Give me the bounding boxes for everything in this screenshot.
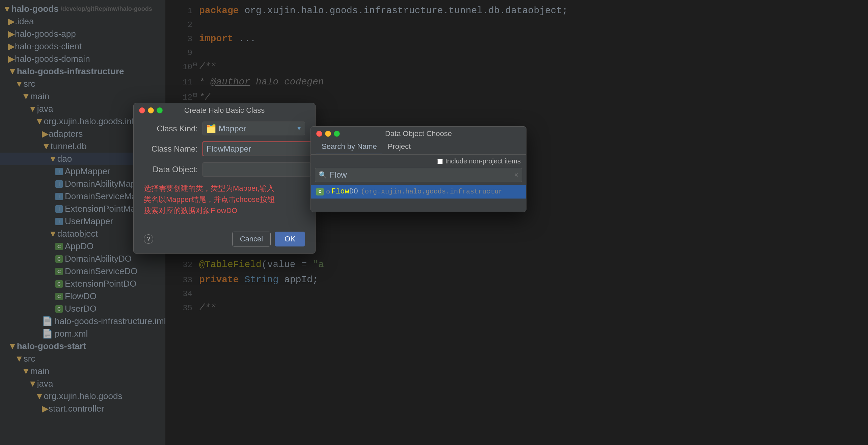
include-non-project-checkbox[interactable] (437, 159, 443, 164)
traffic-lights (139, 107, 163, 113)
class-kind-select[interactable]: 🗂️ Mapper (202, 122, 305, 135)
close-window-button[interactable] (139, 107, 145, 113)
choose-close-button[interactable] (316, 131, 322, 137)
instruction-text: 选择需要创建的类，类型为Mapper,输入 类名以Mapper结尾，并点击cho… (144, 183, 305, 216)
cancel-button[interactable]: Cancel (232, 232, 271, 246)
data-object-input[interactable] (202, 162, 311, 177)
include-non-project-label: Include non-project items (445, 157, 521, 165)
result-highlight-flow: Flow (331, 187, 349, 196)
class-kind-select-wrapper: 🗂️ Mapper ▼ (202, 122, 305, 135)
choose-dialog-title: Data Object Choose (385, 129, 452, 138)
choose-dialog-titlebar: Data Object Choose (311, 127, 526, 139)
result-rest-do: DO (349, 187, 358, 196)
search-icon: 🔍 (319, 171, 327, 179)
data-object-label: Data Object: (144, 165, 198, 174)
dialog-footer: ? Cancel OK (134, 228, 315, 253)
class-name-input[interactable] (202, 141, 311, 156)
help-button[interactable]: ? (144, 234, 153, 244)
dialog-overlay (0, 0, 868, 445)
dialog-titlebar: Create Halo Basic Class (134, 103, 315, 116)
dialog-title: Create Halo Basic Class (184, 106, 265, 115)
minimize-window-button[interactable] (148, 107, 154, 113)
choose-traffic-lights (316, 131, 340, 137)
class-kind-label: Class Kind: (144, 124, 198, 133)
choose-results: C ⚙ FlowDO (org.xujin.halo.goods.infrast… (311, 185, 526, 212)
class-name-label: Class Name: (144, 144, 198, 154)
ok-button[interactable]: OK (275, 232, 305, 246)
result-package: (org.xujin.halo.goods.infrastructur (361, 188, 503, 195)
data-object-choose-dialog: Data Object Choose Search by Name Projec… (310, 126, 526, 212)
class-kind-row: Class Kind: 🗂️ Mapper ▼ (144, 122, 305, 135)
dialog-body: Class Kind: 🗂️ Mapper ▼ Class Name: Data… (134, 116, 315, 228)
create-class-dialog: Create Halo Basic Class Class Kind: 🗂️ M… (133, 103, 316, 254)
data-object-row: Data Object: Choose (144, 162, 305, 177)
class-name-row: Class Name: (144, 141, 305, 156)
tab-search-by-name[interactable]: Search by Name (316, 139, 382, 154)
choose-minimize-button[interactable] (325, 131, 331, 137)
search-clear-button[interactable]: × (514, 171, 518, 179)
choose-maximize-button[interactable] (334, 131, 340, 137)
result-source-icon: ⚙ (326, 188, 330, 195)
class-result-icon: C (316, 188, 324, 195)
tab-project[interactable]: Project (382, 139, 416, 154)
choose-search-bar: 🔍 × (315, 168, 522, 182)
maximize-window-button[interactable] (157, 107, 163, 113)
choose-tabs: Search by Name Project (311, 139, 526, 155)
choose-options-row: Include non-project items (311, 155, 526, 168)
result-item-FlowDO[interactable]: C ⚙ FlowDO (org.xujin.halo.goods.infrast… (311, 185, 526, 199)
choose-search-input[interactable] (330, 170, 514, 180)
